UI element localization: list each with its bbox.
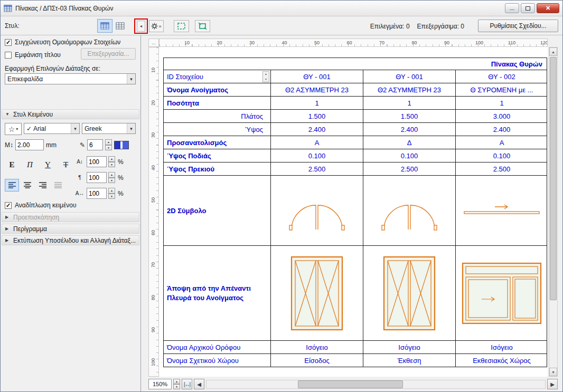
bold-button[interactable]: Ε (5, 158, 19, 172)
ruler-vertical[interactable]: 102030405060708090100 (148, 47, 159, 377)
char-spacing-input[interactable] (87, 188, 107, 199)
align-right-button[interactable] (35, 179, 50, 192)
schedule-title[interactable]: Πίνακας Θυρών (164, 58, 547, 70)
paragraph-spacing-spinner[interactable] (108, 172, 115, 183)
zoom-level-value[interactable]: 150% (148, 379, 172, 389)
section-footer-layout[interactable]: Εκτύπωση Υποσέλιδου και Αλλαγή Διάταξ... (2, 235, 139, 245)
scheme-options-button[interactable]: » (149, 20, 164, 32)
line-spacing-spinner[interactable] (108, 156, 115, 167)
spinner-down-icon[interactable] (173, 384, 180, 389)
row-2d-symbol[interactable]: 2D Σύμβολο (164, 175, 547, 245)
row-label-cell[interactable]: ID Στοιχείου (164, 70, 270, 83)
value-cell[interactable]: Α (455, 136, 548, 149)
font-family-select[interactable]: ✓ Arial (24, 123, 80, 134)
favorites-star-button[interactable] (5, 123, 22, 135)
value-cell[interactable]: Ισόγειο (363, 341, 455, 353)
value-cell[interactable]: Θ ΣΥΡΟΜΕΝΗ με ... (455, 83, 548, 96)
value-cell[interactable]: Θ2 ΑΣΥΜΜΕΤΡΗ 23 (363, 83, 455, 96)
apply-format-select[interactable]: Επικεφαλίδα (5, 73, 136, 84)
close-button[interactable] (537, 3, 559, 13)
row-home-story[interactable]: Όνομα Αρχικού Ορόφου Ισόγειο Ισόγειο Ισό… (164, 340, 547, 353)
value-cell[interactable]: 1.500 (363, 110, 455, 122)
ruler-horizontal[interactable]: 102030405060708090100110120 (159, 39, 548, 47)
value-cell[interactable]: 2.400 (455, 123, 548, 136)
zoom-to-selection-button[interactable] (195, 20, 210, 32)
value-cell[interactable]: 3.000 (455, 110, 548, 122)
row-label-cell[interactable]: Ύψος Ποδιάς (164, 149, 270, 162)
value-cell[interactable]: 0.100 (455, 149, 548, 162)
value-cell[interactable]: Ισόγειο (270, 341, 363, 353)
merge-uniform-checkbox[interactable]: Συγχώνευση Ομοιόμορφων Στοιχείων (5, 39, 120, 46)
spinner-down-icon[interactable] (105, 145, 112, 151)
value-cell[interactable]: Εκθεσιακός Χώρος (455, 354, 548, 367)
row-width[interactable]: Πλάτος 1.500 1.500 3.000 (164, 109, 547, 122)
row-element-id[interactable]: ID Στοιχείου ΘΥ - 001 ΘΥ - 001 ΘΥ - 002 (164, 70, 547, 83)
spinner-down-icon[interactable] (108, 178, 115, 184)
chevron-down-icon[interactable] (127, 74, 135, 84)
maximize-button[interactable] (521, 3, 535, 13)
value-cell[interactable]: 1 (270, 97, 363, 109)
chevron-down-icon[interactable] (127, 123, 135, 133)
edit-title-button[interactable]: Επεξεργασία... (81, 48, 136, 60)
spreadsheet-view-button[interactable] (112, 19, 128, 33)
wrap-text-checkbox[interactable]: Αναδίπλωση κειμένου (5, 202, 76, 209)
value-cell[interactable]: Είσοδος (270, 354, 363, 367)
show-title-checkbox[interactable]: Εμφάνιση τίτλου (5, 51, 61, 59)
row-label-cell[interactable]: 2D Σύμβολο (164, 176, 270, 245)
select-items-button[interactable] (174, 20, 189, 32)
ruler-origin-button[interactable]: ... (148, 39, 159, 47)
row-height[interactable]: Ύψος 2.400 2.400 2.400 (164, 122, 547, 136)
spinner-down-icon[interactable] (108, 194, 115, 199)
value-cell[interactable]: 1.500 (270, 110, 363, 122)
chevron-down-icon[interactable] (71, 123, 79, 133)
row-label-cell[interactable]: Άποψη από την Απέναντι Πλευρά του Ανοίγμ… (164, 246, 270, 340)
value-cell[interactable]: 2.500 (270, 162, 363, 175)
row-header-height[interactable]: Ύψος Πρεκιού 2.500 2.500 2.500 (164, 162, 547, 175)
symbol-cell[interactable] (270, 176, 363, 245)
align-justify-button[interactable] (51, 179, 65, 192)
scroll-right-button[interactable]: ▶ (547, 379, 558, 389)
scroll-left-button[interactable]: ◀ (194, 379, 204, 389)
elevation-cell[interactable] (363, 246, 455, 340)
scheme-settings-button[interactable]: Ρυθμίσεις Σχεδίου... (478, 20, 558, 32)
row-label-cell[interactable]: Όνομα Ανοίγματος (164, 83, 270, 96)
row-opposite-view[interactable]: Άποψη από την Απέναντι Πλευρά του Ανοίγμ… (164, 245, 547, 340)
scroll-up-button[interactable] (549, 47, 557, 56)
value-cell[interactable]: Θ2 ΑΣΥΜΜΕΤΡΗ 23 (270, 83, 363, 96)
row-label-cell[interactable]: Ποσότητα (164, 97, 270, 109)
row-label-cell[interactable]: Ύψος (164, 123, 270, 136)
row-opening-name[interactable]: Όνομα Ανοίγματος Θ2 ΑΣΥΜΜΕΤΡΗ 23 Θ2 ΑΣΥΜ… (164, 83, 547, 96)
collapse-sidebar-button[interactable] (137, 21, 145, 32)
schedule-canvas[interactable]: Πίνακας Θυρών ID Στοιχείου ΘΥ - 001 ΘΥ -… (159, 47, 548, 377)
spinner-up-icon[interactable] (263, 72, 269, 77)
spinner-up-icon[interactable] (108, 172, 115, 178)
spinner-down-icon[interactable] (263, 77, 269, 82)
script-select[interactable]: Greek (82, 123, 136, 134)
italic-button[interactable]: Π (23, 158, 37, 172)
elevation-cell[interactable] (270, 246, 363, 340)
row-orientation[interactable]: Προσανατολισμός Α Δ Α (164, 136, 547, 149)
value-cell[interactable]: ΘΥ - 001 (363, 70, 455, 83)
value-cell[interactable]: Δ (363, 136, 455, 149)
spinner-up-icon[interactable] (108, 156, 115, 162)
align-center-button[interactable] (20, 179, 34, 192)
value-cell[interactable]: ΘΥ - 001 (270, 70, 363, 83)
elevation-cell[interactable] (455, 246, 548, 340)
symbol-cell[interactable] (363, 176, 455, 245)
scroll-down-button[interactable] (549, 368, 557, 376)
schedule-title-row[interactable]: Πίνακας Θυρών (164, 58, 547, 70)
row-label-cell[interactable]: Όνομα Σχετικού Χώρου (164, 354, 270, 367)
value-cell[interactable]: Έκθεση (363, 354, 455, 367)
paragraph-spacing-input[interactable] (87, 172, 107, 183)
row-label-cell[interactable]: Προσανατολισμός (164, 136, 270, 149)
spinner-up-icon[interactable] (105, 139, 112, 145)
row-label-cell[interactable]: Όνομα Αρχικού Ορόφου (164, 341, 270, 353)
row-sill-height[interactable]: Ύψος Ποδιάς 0.100 0.100 0.100 (164, 149, 547, 162)
value-cell[interactable]: 0.100 (270, 149, 363, 162)
pen-number-input[interactable] (87, 139, 103, 150)
value-cell[interactable]: 0.100 (363, 149, 455, 162)
spinner-up-icon[interactable] (108, 188, 115, 194)
line-spacing-input[interactable] (87, 156, 107, 167)
row-related-zone[interactable]: Όνομα Σχετικού Χώρου Είσοδος Έκθεση Εκθε… (164, 353, 547, 367)
char-spacing-spinner[interactable] (108, 188, 115, 199)
